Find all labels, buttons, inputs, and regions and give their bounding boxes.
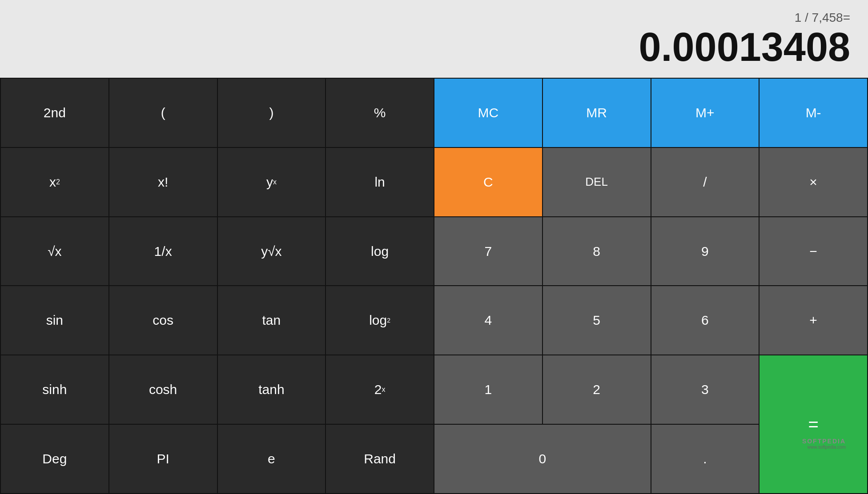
btn-mplus[interactable]: M+: [651, 79, 759, 147]
btn-multiply[interactable]: ×: [760, 148, 867, 216]
btn-0[interactable]: 0: [434, 425, 651, 493]
btn-divide[interactable]: /: [651, 148, 759, 216]
btn-dot[interactable]: .: [651, 425, 759, 493]
btn-cosh[interactable]: cosh: [109, 355, 217, 424]
btn-7[interactable]: 7: [434, 217, 542, 286]
btn-mc[interactable]: MC: [434, 79, 542, 147]
btn-9[interactable]: 9: [651, 217, 759, 286]
expression: 1 / 7,458=: [795, 11, 850, 25]
btn-reciprocal[interactable]: 1/x: [109, 217, 217, 286]
btn-deg[interactable]: Deg: [1, 425, 108, 493]
btn-del[interactable]: DEL: [543, 148, 651, 216]
btn-2nd[interactable]: 2nd: [1, 79, 108, 147]
btn-log2[interactable]: log2: [326, 286, 434, 355]
btn-equals[interactable]: =: [760, 355, 867, 493]
btn-percent[interactable]: %: [326, 79, 434, 147]
btn-1[interactable]: 1: [434, 355, 542, 424]
btn-sinh[interactable]: sinh: [1, 355, 108, 424]
result: 0.00013408: [639, 27, 851, 67]
btn-sin[interactable]: sin: [1, 286, 108, 355]
btn-mr[interactable]: MR: [543, 79, 651, 147]
btn-log[interactable]: log: [326, 217, 434, 286]
btn-cos[interactable]: cos: [109, 286, 217, 355]
btn-2[interactable]: 2: [543, 355, 651, 424]
btn-sqrtx[interactable]: √x: [1, 217, 108, 286]
calculator-grid: 2nd ( ) % MC MR M+ M- x2 x! yx ln C DEL …: [0, 78, 868, 494]
btn-tan[interactable]: tan: [218, 286, 326, 355]
btn-4[interactable]: 4: [434, 286, 542, 355]
btn-c[interactable]: C: [434, 148, 542, 216]
btn-close-paren[interactable]: ): [218, 79, 326, 147]
btn-mminus[interactable]: M-: [760, 79, 867, 147]
btn-e[interactable]: e: [218, 425, 326, 493]
btn-ysqrtx[interactable]: y√x: [218, 217, 326, 286]
btn-5[interactable]: 5: [543, 286, 651, 355]
btn-ln[interactable]: ln: [326, 148, 434, 216]
btn-yx[interactable]: yx: [218, 148, 326, 216]
btn-pi[interactable]: PI: [109, 425, 217, 493]
btn-minus[interactable]: −: [760, 217, 867, 286]
btn-plus[interactable]: +: [760, 286, 867, 355]
btn-2x[interactable]: 2x: [326, 355, 434, 424]
btn-6[interactable]: 6: [651, 286, 759, 355]
btn-3[interactable]: 3: [651, 355, 759, 424]
btn-xfact[interactable]: x!: [109, 148, 217, 216]
btn-x2[interactable]: x2: [1, 148, 108, 216]
btn-open-paren[interactable]: (: [109, 79, 217, 147]
btn-rand[interactable]: Rand: [326, 425, 434, 493]
btn-8[interactable]: 8: [543, 217, 651, 286]
display-area: 1 / 7,458= 0.00013408: [0, 0, 868, 78]
btn-tanh[interactable]: tanh: [218, 355, 326, 424]
